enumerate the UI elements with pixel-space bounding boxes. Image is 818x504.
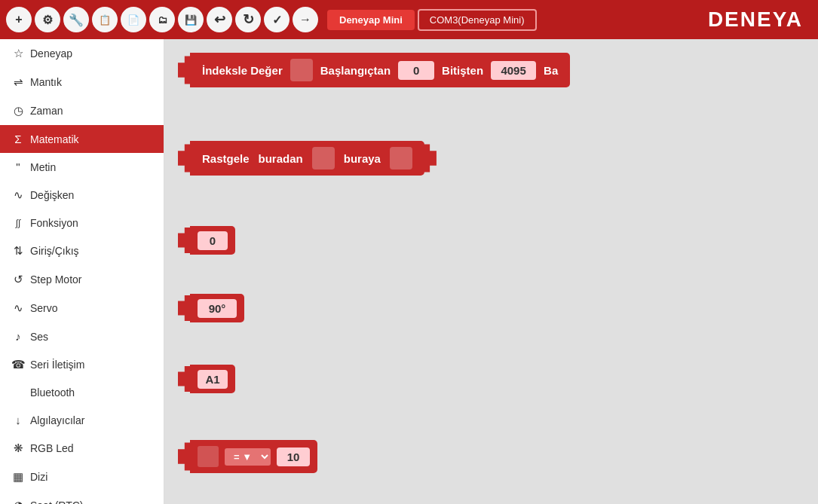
puzzle-notch-left: [198, 446, 219, 467]
dizi-icon: ▦: [11, 470, 26, 484]
redo-button[interactable]: ↻: [235, 7, 261, 32]
zaman-icon: ◷: [11, 104, 26, 118]
sidebar-item-degisken[interactable]: ∿ Değişken: [0, 181, 164, 209]
sidebar-item-label: RGB Led: [30, 442, 74, 454]
workspace[interactable]: İndeksle Değer Başlangıçtan Bitişten Ba …: [164, 39, 818, 504]
sidebar-item-metin[interactable]: " Metin: [0, 153, 164, 181]
ba-label: Ba: [544, 64, 558, 77]
puzzle-notch-1: [290, 59, 313, 81]
sidebar-item-label: Fonksiyon: [30, 217, 78, 229]
block-zero[interactable]: [178, 226, 235, 255]
puzzle-notch-2: [312, 147, 335, 170]
sidebar-item-seri-iletisim[interactable]: ☎ Seri İletişim: [0, 350, 164, 379]
sidebar-item-label: Değişken: [30, 189, 74, 201]
degisken-icon: ∿: [11, 188, 26, 202]
sidebar-item-label: Mantık: [30, 76, 62, 88]
sidebar: ☆ Deneyap ⇌ Mantık ◷ Zaman Σ Matematik "…: [0, 39, 164, 504]
toolbar: + ⚙ 🔧 📋 📄 🗂 💾 ↩ ↻ ✓ → Deneyap Mini COM3(…: [0, 0, 818, 39]
sidebar-item-zaman[interactable]: ◷ Zaman: [0, 96, 164, 125]
block-body-indeksle: İndeksle Değer Başlangıçtan Bitişten Ba: [190, 53, 570, 87]
sidebar-item-servo[interactable]: ∿ Servo: [0, 294, 164, 322]
matematik-icon: Σ: [11, 133, 26, 145]
zero-value-input[interactable]: [198, 231, 228, 250]
run-button[interactable]: →: [293, 7, 318, 32]
baslangictan-label: Başlangıçtan: [320, 64, 391, 77]
algilayicilar-icon: ↓: [11, 414, 26, 426]
end-value-input[interactable]: [491, 61, 536, 80]
check-button[interactable]: ✓: [264, 7, 290, 32]
degrees-value-input[interactable]: [198, 299, 237, 318]
connector-left-icon: [178, 226, 190, 255]
seri-icon: ☎: [11, 358, 26, 371]
block-degrees[interactable]: [178, 294, 244, 322]
sidebar-item-label: Deneyap: [30, 47, 72, 60]
board-selector[interactable]: Deneyap Mini: [327, 10, 415, 30]
rgb-led-icon: ❋: [11, 441, 26, 455]
sidebar-item-label: Dizi: [30, 471, 47, 483]
operator-dropdown[interactable]: = ▼ + ▼ - ▼: [225, 448, 271, 466]
ses-icon: ♪: [11, 330, 26, 343]
sidebar-item-step-motor[interactable]: ↺ Step Motor: [0, 265, 164, 294]
sidebar-item-label: Algılayıcılar: [30, 414, 84, 426]
giris-cikis-icon: ⇅: [11, 244, 26, 258]
block-rastgele[interactable]: Rastgele buradan buraya: [178, 141, 437, 176]
sidebar-item-rgb-led[interactable]: ❋ RGB Led: [0, 434, 164, 463]
save-button[interactable]: 💾: [178, 7, 204, 32]
fonksiyon-icon: ∫∫: [11, 218, 26, 228]
undo-button[interactable]: ↩: [207, 7, 232, 32]
wrench-button[interactable]: 🔧: [63, 7, 89, 32]
mantik-icon: ⇌: [11, 75, 26, 89]
copy-button[interactable]: 📋: [92, 7, 118, 32]
bitisten-label: Bitişten: [442, 64, 483, 77]
buradan-label: buradan: [259, 152, 303, 165]
buraya-label: buraya: [344, 152, 381, 165]
servo-icon: ∿: [11, 301, 26, 315]
connector-left-icon: [178, 53, 190, 87]
sidebar-item-label: Seri İletişim: [30, 359, 84, 371]
block-body-equals: = ▼ + ▼ - ▼: [190, 440, 317, 473]
sidebar-item-label: Zaman: [30, 105, 63, 117]
block-body-degrees: [190, 294, 244, 322]
sidebar-item-label: Metin: [30, 161, 56, 173]
block-body-zero: [190, 226, 235, 255]
step-motor-icon: ↺: [11, 273, 26, 286]
connector-left-icon: [178, 365, 190, 393]
block-a1[interactable]: [178, 365, 235, 393]
port-selector[interactable]: COM3(Deneyap Mini): [418, 9, 537, 31]
block-indeksle[interactable]: İndeksle Değer Başlangıçtan Bitişten Ba: [178, 53, 570, 87]
sidebar-item-fonksiyon[interactable]: ∫∫ Fonksiyon: [0, 209, 164, 237]
file-button[interactable]: 📄: [121, 7, 146, 32]
sidebar-item-label: Giriş/Çıkış: [30, 245, 79, 257]
equals-value-input[interactable]: [277, 447, 310, 466]
saat-icon: ◔: [11, 499, 26, 504]
sidebar-item-ses[interactable]: ♪ Ses: [0, 322, 164, 350]
deneyap-icon: ☆: [11, 47, 26, 60]
sidebar-item-deneyap[interactable]: ☆ Deneyap: [0, 39, 164, 68]
sidebar-item-label: Servo: [30, 302, 58, 314]
sidebar-item-label: Ses: [30, 331, 48, 343]
block-body-rastgele: Rastgele buradan buraya: [190, 141, 424, 176]
puzzle-notch-3: [390, 147, 412, 170]
sidebar-item-label: Step Motor: [30, 273, 81, 286]
new-button[interactable]: +: [6, 7, 32, 32]
connector-left-icon: [178, 440, 190, 473]
sidebar-item-matematik[interactable]: Σ Matematik: [0, 125, 164, 153]
a1-value-input[interactable]: [198, 370, 228, 389]
app-logo: DENEYA: [708, 8, 812, 32]
main-layout: ☆ Deneyap ⇌ Mantık ◷ Zaman Σ Matematik "…: [0, 39, 818, 504]
sidebar-item-mantik[interactable]: ⇌ Mantık: [0, 68, 164, 96]
sidebar-item-dizi[interactable]: ▦ Dizi: [0, 463, 164, 491]
sidebar-item-giris-cikis[interactable]: ⇅ Giriş/Çıkış: [0, 237, 164, 265]
sidebar-item-bluetooth[interactable]: Bluetooth: [0, 379, 164, 406]
sidebar-item-saat-rtc[interactable]: ◔ Saat (RTC): [0, 491, 164, 504]
settings-button[interactable]: ⚙: [35, 7, 60, 32]
connector-right-icon: [424, 142, 437, 175]
connector-left-icon: [178, 294, 190, 322]
block-equals[interactable]: = ▼ + ▼ - ▼: [178, 440, 317, 473]
folder-button[interactable]: 🗂: [149, 7, 175, 32]
sidebar-item-algilayicilar[interactable]: ↓ Algılayıcılar: [0, 406, 164, 434]
sidebar-item-label: Matematik: [30, 133, 79, 145]
start-value-input[interactable]: [398, 61, 434, 80]
connector-left-icon: [178, 142, 190, 175]
block-body-a1: [190, 365, 235, 393]
